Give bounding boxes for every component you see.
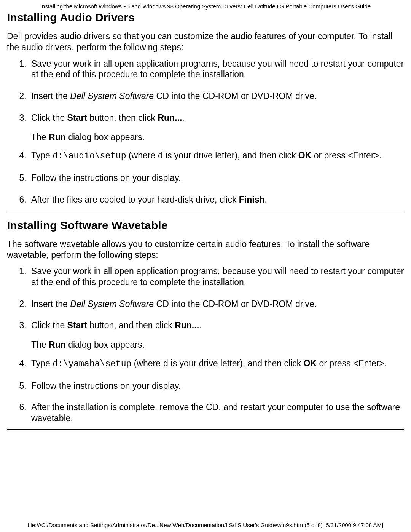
step-text: CD into the CD-ROM or DVD-ROM drive. bbox=[154, 299, 317, 309]
step-item: Type d:\yamaha\setup (where d is your dr… bbox=[29, 358, 404, 370]
step-item: After the files are copied to your hard-… bbox=[29, 194, 404, 205]
steps-audio: Save your work in all open application p… bbox=[7, 58, 404, 205]
step-item: Save your work in all open application p… bbox=[29, 58, 404, 80]
step-item: Follow the instructions on your display. bbox=[29, 380, 404, 391]
step-text: (where bbox=[131, 358, 163, 368]
intro-wavetable: The software wavetable allows you to cus… bbox=[7, 239, 404, 261]
step-item: Insert the Dell System Software CD into … bbox=[29, 91, 404, 102]
step-item: Insert the Dell System Software CD into … bbox=[29, 299, 404, 310]
ui-label-run-dialog: Run bbox=[49, 340, 66, 350]
intro-audio: Dell provides audio drivers so that you … bbox=[7, 31, 404, 53]
step-text: Insert the bbox=[31, 299, 70, 309]
heading-installing-software-wavetable: Installing Software Wavetable bbox=[7, 219, 404, 232]
divider bbox=[7, 211, 404, 211]
step-result: The Run dialog box appears. bbox=[31, 132, 404, 143]
divider bbox=[7, 429, 404, 430]
step-text: Click the bbox=[31, 320, 67, 330]
step-text: (where bbox=[126, 150, 158, 160]
ui-label-finish: Finish bbox=[239, 195, 265, 204]
ui-label-run: Run... bbox=[158, 113, 182, 123]
ui-label-ok: OK bbox=[304, 358, 317, 368]
step-text: CD into the CD-ROM or DVD-ROM drive. bbox=[154, 91, 317, 101]
step-result: The Run dialog box appears. bbox=[31, 339, 404, 350]
code-path: d:\yamaha\setup bbox=[53, 359, 131, 369]
step-text: The bbox=[31, 132, 49, 142]
step-item: Follow the instructions on your display. bbox=[29, 173, 404, 184]
step-text: . bbox=[182, 113, 184, 123]
step-emphasis: Dell System Software bbox=[70, 91, 154, 101]
step-item: Click the Start button, and then click R… bbox=[29, 320, 404, 350]
step-text: Save your work in all open application p… bbox=[31, 266, 404, 287]
step-text: . bbox=[265, 195, 267, 204]
step-text: Follow the instructions on your display. bbox=[31, 381, 181, 391]
code-drive-letter: d bbox=[163, 359, 168, 369]
ui-label-run: Run... bbox=[175, 320, 199, 330]
step-text: dialog box appears. bbox=[66, 340, 145, 350]
ui-label-ok: OK bbox=[298, 150, 312, 160]
step-text: dialog box appears. bbox=[66, 132, 145, 142]
page-header-title: Installing the Microsoft Windows 95 and … bbox=[7, 3, 404, 10]
code-path: d:\audio\setup bbox=[53, 151, 126, 161]
step-text: Type bbox=[31, 358, 53, 368]
step-text: Save your work in all open application p… bbox=[31, 59, 404, 80]
step-item: Save your work in all open application p… bbox=[29, 266, 404, 288]
ui-label-start: Start bbox=[67, 113, 87, 123]
step-text: After the files are copied to your hard-… bbox=[31, 195, 239, 204]
step-text: Click the bbox=[31, 113, 67, 123]
ui-label-run-dialog: Run bbox=[49, 132, 66, 142]
step-text: is your drive letter), and then click bbox=[163, 150, 298, 160]
step-item: After the installation is complete, remo… bbox=[29, 402, 404, 424]
code-drive-letter: d bbox=[158, 151, 163, 161]
step-text: . bbox=[199, 320, 201, 330]
steps-wavetable: Save your work in all open application p… bbox=[7, 266, 404, 424]
step-text: Insert the bbox=[31, 91, 70, 101]
page-footer: file:///C|/Documents and Settings/Admini… bbox=[0, 522, 411, 528]
step-item: Type d:\audio\setup (where d is your dri… bbox=[29, 150, 404, 162]
ui-label-start: Start bbox=[67, 320, 87, 330]
step-text: button, then click bbox=[87, 113, 158, 123]
step-item: Click the Start button, then click Run..… bbox=[29, 112, 404, 143]
step-text: The bbox=[31, 340, 49, 350]
step-text: or press <Enter>. bbox=[311, 150, 381, 160]
step-text: or press <Enter>. bbox=[317, 358, 387, 368]
step-text: Follow the instructions on your display. bbox=[31, 173, 181, 183]
step-text: button, and then click bbox=[87, 320, 175, 330]
step-text: is your drive letter), and then click bbox=[168, 358, 303, 368]
step-text: After the installation is complete, remo… bbox=[31, 402, 400, 423]
step-emphasis: Dell System Software bbox=[70, 299, 154, 309]
heading-installing-audio-drivers: Installing Audio Drivers bbox=[7, 11, 404, 24]
step-text: Type bbox=[31, 150, 53, 160]
